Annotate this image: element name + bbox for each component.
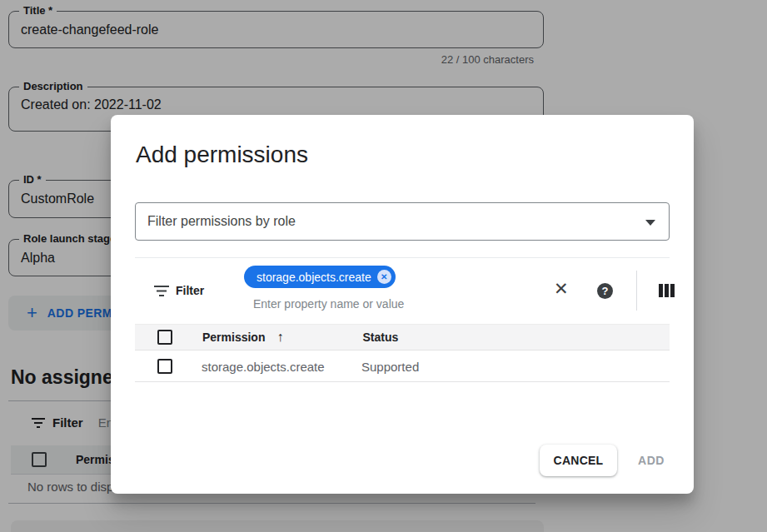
role-filter-dropdown[interactable]: Filter permissions by role	[135, 202, 670, 241]
help-icon[interactable]: ?	[597, 283, 613, 299]
dialog-filter-input[interactable]: Enter property name or value	[253, 297, 404, 311]
permission-column-header[interactable]: Permission	[202, 331, 265, 344]
role-filter-dropdown-value: Filter permissions by role	[147, 214, 296, 229]
select-all-checkbox[interactable]	[157, 330, 172, 345]
row-status-cell: Supported	[361, 360, 419, 374]
filter-icon	[154, 286, 169, 296]
filter-chip-label: storage.objects.create	[256, 271, 371, 284]
chevron-down-icon	[645, 220, 655, 226]
dialog-filter-toolbar: Filter storage.objects.create ✕ Enter pr…	[135, 258, 670, 324]
row-permission-cell: storage.objects.create	[202, 360, 361, 374]
dialog-filter-label: Filter	[176, 284, 204, 297]
status-column-header[interactable]: Status	[362, 331, 398, 344]
row-checkbox[interactable]	[157, 359, 172, 374]
sort-ascending-icon[interactable]: ↑	[276, 330, 283, 345]
column-display-icon[interactable]	[659, 284, 675, 297]
chip-remove-icon[interactable]: ✕	[377, 270, 391, 284]
clear-filters-icon[interactable]: ✕	[554, 280, 569, 297]
add-button[interactable]: ADD	[625, 445, 677, 476]
table-row[interactable]: storage.objects.create Supported	[135, 351, 670, 382]
divider	[636, 271, 637, 311]
dialog-title: Add permissions	[136, 142, 308, 168]
cancel-button[interactable]: CANCEL	[540, 445, 617, 476]
filter-chip[interactable]: storage.objects.create ✕	[244, 266, 396, 288]
add-permissions-dialog: Add permissions Filter permissions by ro…	[111, 115, 694, 494]
page: Title * create-changefeed-role 22 / 100 …	[0, 0, 767, 532]
dialog-table-header: Permission ↑ Status	[135, 324, 670, 351]
dialog-filter-button[interactable]: Filter	[154, 284, 204, 297]
